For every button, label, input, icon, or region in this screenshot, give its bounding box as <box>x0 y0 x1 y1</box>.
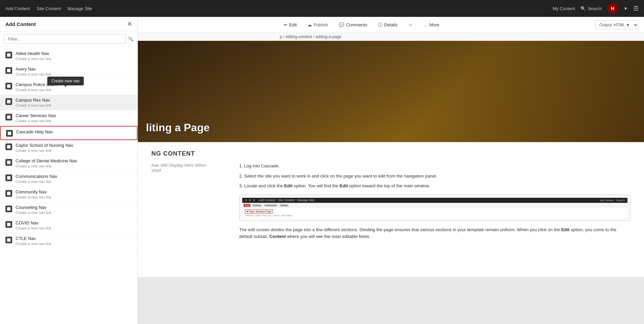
nav-item-icon <box>5 159 12 166</box>
nav-item-subtitle: Create a new nav link <box>16 88 132 92</box>
nav-item-title: Allied Health Nav <box>16 51 132 56</box>
svg-rect-9 <box>7 192 10 195</box>
hamburger-icon[interactable]: ☰ <box>633 5 639 12</box>
step-2: Select the site you want to work in and … <box>239 173 630 180</box>
nav-placeholder: Nav Will Display Here When <box>151 163 226 168</box>
page-body: NG CONTENT Nav Will Display Here When sh… <box>138 142 644 277</box>
filter-search-icon[interactable]: 🔍 <box>128 36 133 42</box>
list-item[interactable]: Campus Police and… Create a new nav link… <box>0 79 138 95</box>
filter-input[interactable] <box>4 34 126 44</box>
nav-item-subtitle: Create a new nav link <box>16 57 132 61</box>
details-button[interactable]: ⓘ Details <box>374 20 402 30</box>
toolbar: ✏ Edit ☁ Publish 💬 Comments ⓘ Details ☆ … <box>138 17 644 33</box>
left-column: Nav Will Display Here When shed <box>151 163 226 240</box>
nav-item-icon <box>5 83 12 89</box>
nav-item-title: CTLE Nav <box>16 236 132 241</box>
list-item[interactable]: Avery Nav Create a new nav link <box>0 64 138 79</box>
list-item-cascade-help[interactable]: Cascade Help Nav <box>0 126 138 140</box>
nav-item-title: COVID Nav <box>16 220 132 225</box>
search-area[interactable]: 🔍 Search <box>580 6 602 11</box>
filter-area: 🔍 <box>0 31 138 47</box>
star-button[interactable]: ☆ <box>404 20 417 29</box>
comments-button[interactable]: 💬 Comments <box>335 20 371 29</box>
list-item[interactable]: College of Dental Medicine Nav Create a … <box>0 156 138 171</box>
nav-item-subtitle: Create a new nav link <box>16 242 132 246</box>
search-icon: 🔍 <box>580 6 586 11</box>
my-content-link[interactable]: My Content <box>552 6 575 11</box>
nav-item-title: Campus Rec Nav <box>16 98 132 103</box>
nav-item-subtitle: Create a new nav link <box>16 195 132 199</box>
step-3: Locate and click the Edit option. You wi… <box>239 183 630 189</box>
star-icon: ☆ <box>408 22 413 27</box>
steps-list: Log into Cascade. Select the site you wa… <box>239 163 630 189</box>
nav-item-icon <box>5 52 12 58</box>
main-area: Add Content ✕ 🔍 Allied Health Nav Create… <box>0 17 644 324</box>
site-content-link[interactable]: Site Content <box>36 6 61 11</box>
nav-item-title: Avery Nav <box>16 66 132 72</box>
nav-item-title: Caylor School of Nursing Nav <box>16 143 132 148</box>
nav-item-subtitle: Create a new nav link <box>16 148 132 153</box>
list-item[interactable]: COVID Nav Create a new nav link <box>0 218 138 233</box>
svg-rect-8 <box>7 176 10 180</box>
nav-item-icon <box>6 130 13 137</box>
svg-rect-7 <box>7 161 10 164</box>
edit-button[interactable]: ✏ Edit <box>280 20 301 29</box>
top-bar: Add Content Site Content Manage Site My … <box>0 0 644 17</box>
manage-site-link[interactable]: Manage Site <box>68 6 92 11</box>
info-icon: ⓘ <box>378 22 382 28</box>
publish-button[interactable]: ☁ Publish <box>303 20 332 29</box>
list-item[interactable]: Allied Health Nav Create a new nav link <box>0 48 138 64</box>
svg-rect-10 <box>7 207 10 211</box>
top-bar-links: Add Content Site Content Manage Site <box>5 6 92 11</box>
nav-item-icon <box>5 221 12 228</box>
sidebar-title: Add Content <box>5 21 36 27</box>
nav-item-icon <box>5 143 12 150</box>
svg-rect-1 <box>7 69 10 72</box>
nav-item-subtitle: Create a new nav link <box>16 180 132 184</box>
more-button[interactable]: … More <box>419 20 444 29</box>
nav-item-icon <box>5 237 12 243</box>
nav-item-icon <box>5 98 12 105</box>
close-button[interactable]: ✕ <box>127 21 132 27</box>
step-1: Log into Cascade. <box>239 163 630 169</box>
svg-rect-4 <box>7 115 10 119</box>
comment-icon: 💬 <box>339 22 344 27</box>
list-item[interactable]: Caylor School of Nursing Nav Create a ne… <box>0 140 138 156</box>
nav-item-subtitle: Create a new nav link <box>16 103 132 107</box>
avatar[interactable]: H <box>607 3 618 14</box>
right-column: Log into Cascade. Select the site you wa… <box>239 163 630 240</box>
nav-item-icon <box>5 114 12 120</box>
chevron-down-icon[interactable]: ▼ <box>623 6 628 11</box>
desc-text: The edit screen divides the page into a … <box>239 226 630 241</box>
output-select[interactable]: Output: HTML ▼ <box>595 21 639 29</box>
nav-item-subtitle: Create a new nav link <box>16 226 132 230</box>
nav-item-title: Cascade Help Nav <box>16 129 131 134</box>
add-content-link[interactable]: Add Content <box>5 6 30 11</box>
svg-rect-5 <box>8 132 11 135</box>
list-item[interactable]: Career Services Nav Create a new nav lin… <box>0 110 138 126</box>
nav-placeholder2: shed <box>151 168 226 173</box>
nav-item-icon <box>5 174 12 181</box>
sidebar-panel: Add Content ✕ 🔍 Allied Health Nav Create… <box>0 17 138 324</box>
svg-rect-3 <box>7 100 10 103</box>
content-layout: Nav Will Display Here When shed Log into… <box>151 163 630 240</box>
hero-section: liting a Page <box>138 41 644 142</box>
nav-item-subtitle: Create a new nav link <box>16 72 132 76</box>
svg-rect-12 <box>7 238 10 242</box>
nav-item-title: Career Services Nav <box>16 113 132 118</box>
nav-item-title: Campus Police and… <box>16 82 132 87</box>
svg-rect-2 <box>7 84 10 88</box>
nav-item-icon <box>5 190 12 197</box>
list-item[interactable]: Campus Rec Nav Create a new nav link <box>0 95 138 110</box>
nav-item-title: Community Nav <box>16 189 132 194</box>
list-item[interactable]: Community Nav Create a new nav link <box>0 187 138 202</box>
nav-list: Allied Health Nav Create a new nav link … <box>0 47 138 324</box>
ellipsis-icon: … <box>423 22 428 27</box>
search-label: Search <box>588 6 602 11</box>
nav-item-subtitle: Create a new nav link <box>16 211 132 215</box>
list-item[interactable]: CTLE Nav Create a new nav link <box>0 233 138 249</box>
list-item[interactable]: Counseling Nav Create a new nav link <box>0 202 138 218</box>
breadcrumb: p / editing-content / editing-a-page <box>138 33 644 41</box>
sidebar-header: Add Content ✕ <box>0 17 138 31</box>
list-item[interactable]: Communications Nav Create a new nav link <box>0 171 138 187</box>
